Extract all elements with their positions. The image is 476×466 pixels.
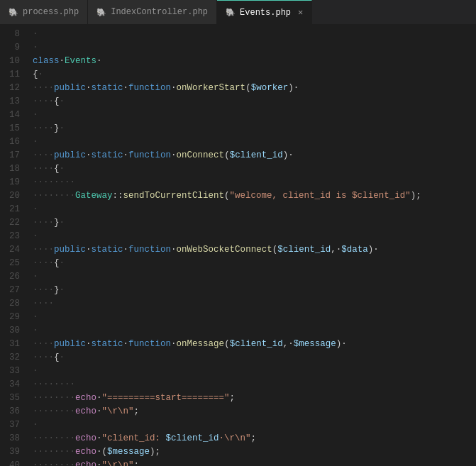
line-num-24: 24 xyxy=(0,243,20,257)
tab-icon-index: 🐘 xyxy=(96,8,106,17)
tab-bar: 🐘process.php🐘IndexController.php🐘Events.… xyxy=(0,0,476,25)
code-line-37: · xyxy=(33,418,476,432)
code-line-28: ···· xyxy=(33,297,476,311)
line-num-18: 18 xyxy=(0,162,20,176)
line-num-8: 8 xyxy=(0,28,20,41)
tab-label-index: IndexController.php xyxy=(111,7,208,17)
line-num-17: 17 xyxy=(0,149,20,162)
line-num-34: 34 xyxy=(0,378,20,392)
line-num-12: 12 xyxy=(0,82,20,95)
tab-label-process: process.php xyxy=(23,7,79,17)
code-line-11: {· xyxy=(33,68,476,82)
code-line-24: ····public·static·function·onWebSocketCo… xyxy=(33,243,476,257)
code-line-12: ····public·static·function·onWorkerStart… xyxy=(33,82,476,95)
line-num-31: 31 xyxy=(0,338,20,351)
line-num-26: 26 xyxy=(0,270,20,284)
code-line-23: · xyxy=(33,230,476,243)
code-line-30: · xyxy=(33,324,476,338)
line-num-28: 28 xyxy=(0,297,20,311)
line-num-21: 21 xyxy=(0,203,20,216)
code-line-18: ····{· xyxy=(33,162,476,176)
line-num-40: 40 xyxy=(0,459,20,466)
tab-index[interactable]: 🐘IndexController.php xyxy=(88,0,217,24)
code-line-26: · xyxy=(33,270,476,284)
code-content: ··class·Events·{·····public·static·funct… xyxy=(27,25,476,466)
line-num-10: 10 xyxy=(0,55,20,68)
code-line-35: ········echo·"=========start========"; xyxy=(33,392,476,405)
line-num-9: 9 xyxy=(0,41,20,55)
tab-label-events: Events.php xyxy=(240,8,291,18)
code-line-21: · xyxy=(33,203,476,216)
code-line-38: ········echo·"client_id: $client_id·\r\n… xyxy=(33,432,476,445)
code-line-32: ····{· xyxy=(33,351,476,365)
line-num-15: 15 xyxy=(0,122,20,135)
tab-process[interactable]: 🐘process.php xyxy=(0,0,88,24)
code-area: 8910111213141516171819202122232425262728… xyxy=(0,25,476,466)
line-num-38: 38 xyxy=(0,432,20,445)
code-line-27: ····}· xyxy=(33,284,476,297)
code-line-10: class·Events· xyxy=(33,55,476,68)
code-line-19: ········ xyxy=(33,176,476,189)
line-num-37: 37 xyxy=(0,418,20,432)
line-num-19: 19 xyxy=(0,176,20,189)
code-line-20: ········Gateway::sendToCurrentClient("we… xyxy=(33,189,476,203)
code-line-40: ········echo·"\r\n"; xyxy=(33,459,476,466)
code-line-33: · xyxy=(33,365,476,378)
line-num-36: 36 xyxy=(0,405,20,418)
tab-icon-events: 🐘 xyxy=(226,8,236,17)
code-line-16: · xyxy=(33,135,476,149)
line-num-39: 39 xyxy=(0,445,20,459)
line-num-35: 35 xyxy=(0,392,20,405)
code-line-29: · xyxy=(33,311,476,324)
line-num-29: 29 xyxy=(0,311,20,324)
code-line-14: · xyxy=(33,109,476,122)
code-line-25: ····{· xyxy=(33,257,476,270)
line-num-16: 16 xyxy=(0,135,20,149)
code-line-34: ········ xyxy=(33,378,476,392)
code-line-22: ····}· xyxy=(33,216,476,230)
tab-close-events[interactable]: ✕ xyxy=(298,7,303,18)
code-line-36: ········echo·"\r\n"; xyxy=(33,405,476,418)
code-line-13: ····{· xyxy=(33,95,476,109)
line-num-13: 13 xyxy=(0,95,20,109)
line-num-25: 25 xyxy=(0,257,20,270)
line-numbers: 8910111213141516171819202122232425262728… xyxy=(0,25,27,466)
line-num-22: 22 xyxy=(0,216,20,230)
code-line-31: ····public·static·function·onMessage($cl… xyxy=(33,338,476,351)
code-line-15: ····}· xyxy=(33,122,476,135)
line-num-11: 11 xyxy=(0,68,20,82)
line-num-14: 14 xyxy=(0,109,20,122)
line-num-27: 27 xyxy=(0,284,20,297)
code-line-39: ········echo·($message); xyxy=(33,445,476,459)
code-line-8: · xyxy=(33,28,476,41)
code-line-17: ····public·static·function·onConnect($cl… xyxy=(33,149,476,162)
code-line-9: · xyxy=(33,41,476,55)
line-num-30: 30 xyxy=(0,324,20,338)
line-num-32: 32 xyxy=(0,351,20,365)
line-num-33: 33 xyxy=(0,365,20,378)
tab-icon-process: 🐘 xyxy=(9,8,18,17)
line-num-23: 23 xyxy=(0,230,20,243)
tab-events[interactable]: 🐘Events.php✕ xyxy=(217,0,312,24)
line-num-20: 20 xyxy=(0,189,20,203)
